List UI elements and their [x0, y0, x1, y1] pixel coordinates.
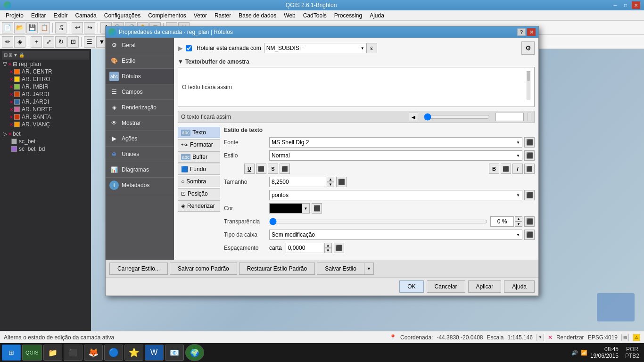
- tamanho-input[interactable]: [269, 177, 326, 187]
- transparencia-spin-up[interactable]: ▲: [515, 216, 522, 222]
- layer-item-sc-bet-bd[interactable]: sc_bet_bd: [2, 145, 89, 153]
- tab-formatar[interactable]: +<c Formatar: [178, 139, 220, 150]
- layer-lock-btn[interactable]: 🔒: [19, 52, 25, 58]
- tamanho-spin-up[interactable]: ▲: [327, 177, 334, 182]
- salvar-padrao-button[interactable]: Salvar como Padrão: [170, 263, 237, 275]
- strikeout-button[interactable]: S: [268, 164, 278, 174]
- sidebar-nav-estilo[interactable]: 🎨 Estilo: [106, 53, 174, 69]
- taskbar-qgis-button[interactable]: QGIS: [22, 345, 42, 361]
- ok-button[interactable]: OK: [399, 280, 423, 293]
- espaco-copy-button[interactable]: ⬛: [334, 243, 344, 253]
- layer-filter-btn[interactable]: ▼: [13, 52, 18, 58]
- warning-icon[interactable]: ⚠: [633, 334, 640, 341]
- estilo-copy-button[interactable]: ⬛: [524, 150, 535, 161]
- cor-color-box[interactable]: [269, 203, 302, 214]
- layer-item-ar-norte[interactable]: ✕ AR. NORTE: [2, 106, 89, 113]
- preview-row-scrollbar[interactable]: [528, 113, 531, 121]
- cor-copy-button[interactable]: ⬛: [312, 203, 322, 214]
- salvar-estilo-dropdown-button[interactable]: ▼: [364, 263, 374, 275]
- estilo-dropdown[interactable]: Normal: [269, 150, 522, 161]
- taskbar-qgis2-button[interactable]: 🌍: [185, 344, 204, 361]
- italic-copy-button[interactable]: ⬛: [524, 164, 535, 174]
- dialog-help-button[interactable]: ?: [517, 28, 526, 36]
- transparencia-slider[interactable]: [269, 218, 487, 225]
- espaco-spin-up[interactable]: ▲: [324, 243, 332, 248]
- ajuda-button[interactable]: Ajuda: [504, 280, 535, 293]
- taskbar-word-button[interactable]: W: [145, 345, 164, 361]
- scale-dropdown-button[interactable]: ▼: [537, 334, 544, 341]
- sidebar-nav-diagramas[interactable]: 📊 Diagramas: [106, 162, 174, 178]
- tamanho-spin-down[interactable]: ▼: [327, 182, 334, 187]
- text-buffer-section-header[interactable]: ▼ Texto/buffer de amostra: [178, 58, 535, 65]
- strikethrough-button[interactable]: ⬛: [256, 164, 266, 174]
- unidade-dropdown[interactable]: pontos: [269, 190, 522, 200]
- taskbar-browser-button[interactable]: 🦊: [84, 345, 103, 361]
- espaco-spin-down[interactable]: ▼: [324, 248, 332, 253]
- transparencia-spin-down[interactable]: ▼: [515, 222, 522, 227]
- salvar-estilo-button[interactable]: Salvar Estilo: [317, 263, 364, 275]
- sidebar-nav-campos[interactable]: ☰ Campos: [106, 84, 174, 100]
- sidebar-nav-unioes[interactable]: ⊕ Uniões: [106, 147, 174, 162]
- layer-item-ar-imbir[interactable]: ✕ AR. IMBIR: [2, 83, 89, 90]
- tipo-caixa-copy-button[interactable]: ⬛: [524, 230, 535, 240]
- preview-slider-input[interactable]: [424, 113, 490, 121]
- label-enabled-checkbox[interactable]: [186, 45, 192, 51]
- layer-group-header-bet[interactable]: ▷ ✕ bet: [2, 130, 89, 138]
- tab-buffer[interactable]: abc Buffer: [178, 151, 220, 163]
- tamanho-copy-button[interactable]: ⬛: [336, 177, 347, 187]
- preview-scrollbar[interactable]: [527, 71, 530, 99]
- bold-copy-button[interactable]: ⬛: [501, 164, 511, 174]
- preview-color-box[interactable]: [495, 113, 524, 121]
- field-dropdown[interactable]: NM_SUBDIST ▼: [264, 43, 367, 53]
- taskbar-terminal-button[interactable]: ⬛: [64, 345, 83, 361]
- layer-item-ar-jardi1[interactable]: ✕ AR. JARDI: [2, 90, 89, 98]
- sidebar-nav-renderizacao[interactable]: ◈ Renderização: [106, 100, 174, 115]
- tab-posicao[interactable]: ⊡ Posição: [178, 188, 220, 199]
- format-copy-button[interactable]: ⬛: [280, 164, 290, 174]
- underline-button[interactable]: U: [244, 164, 255, 174]
- tamanho-row: Tamanho ▲ ▼ ⬛: [224, 177, 535, 187]
- sidebar-nav-mostrar[interactable]: 👁 Mostrar: [106, 115, 174, 131]
- cancelar-button[interactable]: Cancelar: [427, 280, 465, 293]
- cor-dropdown-button[interactable]: ▼: [302, 203, 310, 214]
- sidebar-nav-rotulos[interactable]: abc Rótulos: [106, 69, 174, 84]
- layer-expand-btn[interactable]: ⊞: [8, 52, 12, 58]
- taskbar-mail-button[interactable]: 📧: [165, 345, 184, 361]
- aplicar-button[interactable]: Aplicar: [468, 280, 502, 293]
- italic-button[interactable]: I: [512, 164, 523, 174]
- preview-left-button[interactable]: ◀: [409, 113, 418, 121]
- layer-item-ar-vianc[interactable]: ✕ AR. VIANÇ: [2, 121, 89, 128]
- tab-fundo[interactable]: 🟦 Fundo: [178, 164, 220, 175]
- tab-renderizar[interactable]: ◈ Renderizar: [178, 200, 220, 212]
- sidebar-nav-geral[interactable]: ⚙ Geral: [106, 38, 174, 53]
- layer-item-ar-santa[interactable]: ✕ AR. SANTA: [2, 113, 89, 121]
- espaco-input[interactable]: [286, 243, 323, 253]
- tab-sombra[interactable]: ○ Sombra: [178, 176, 220, 187]
- taskbar-chrome-button[interactable]: 🔵: [104, 345, 123, 361]
- fonte-copy-button[interactable]: ⬛: [524, 137, 535, 148]
- tipo-caixa-dropdown[interactable]: Sem modificação: [269, 230, 522, 240]
- fonte-dropdown[interactable]: MS Shell Dlg 2: [269, 137, 522, 148]
- sidebar-nav-metadados[interactable]: i Metadados: [106, 178, 174, 193]
- carregar-estilo-button[interactable]: Carregar Estilo...: [109, 263, 168, 275]
- layer-collapse-btn[interactable]: ⊟: [4, 52, 8, 58]
- settings-icon-button[interactable]: ⚙: [521, 41, 535, 55]
- unidade-copy-button[interactable]: ⬛: [524, 190, 535, 200]
- transparencia-copy-button[interactable]: ⬛: [524, 216, 535, 227]
- layer-item-ar-citro[interactable]: ✕ AR. CITRO: [2, 75, 89, 83]
- layer-item-ar-centr[interactable]: ✕ AR. CENTR: [2, 68, 89, 75]
- start-button[interactable]: ⊞: [2, 345, 21, 361]
- epsilon-button[interactable]: ε: [367, 43, 377, 53]
- taskbar-file-button[interactable]: 📁: [43, 345, 62, 361]
- layer-item-ar-jardi2[interactable]: ✕ AR. JARDI: [2, 98, 89, 106]
- layer-item-label: AR. CENTR: [22, 68, 52, 75]
- layer-item-sc-bet[interactable]: sc_bet: [2, 138, 89, 145]
- layer-group-header-reg-plan[interactable]: ▽ ✕ ⊟ reg_plan: [2, 60, 89, 68]
- restaurar-button[interactable]: Restaurar Estilo Padrão: [239, 263, 315, 275]
- dialog-close-button[interactable]: ✕: [527, 28, 536, 36]
- tab-texto[interactable]: abc Texto: [178, 127, 220, 138]
- sidebar-nav-acoes[interactable]: ▶ Ações: [106, 131, 174, 147]
- map-extent-button[interactable]: ⊞: [621, 334, 629, 341]
- bold-button[interactable]: B: [489, 164, 499, 174]
- taskbar-bookmark-button[interactable]: ⭐: [124, 345, 143, 361]
